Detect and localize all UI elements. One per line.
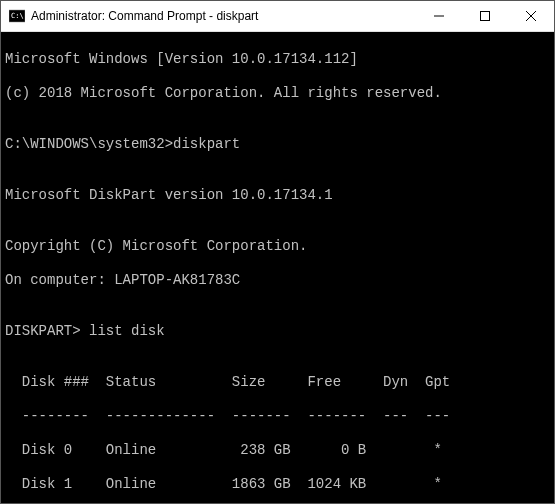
svg-text:C:\: C:\ [11,12,24,20]
copyright-line: (c) 2018 Microsoft Corporation. All righ… [5,85,550,102]
titlebar[interactable]: C:\ Administrator: Command Prompt - disk… [1,1,554,32]
terminal-output[interactable]: Microsoft Windows [Version 10.0.17134.11… [1,32,554,503]
table-row: Disk 1 Online 1863 GB 1024 KB * [5,476,550,493]
table-header: Disk ### Status Size Free Dyn Gpt [5,374,550,391]
svg-rect-3 [481,12,490,21]
maximize-button[interactable] [462,1,508,31]
window-controls [416,1,554,31]
diskpart-version: Microsoft DiskPart version 10.0.17134.1 [5,187,550,204]
cmd-icon: C:\ [9,8,25,24]
version-line: Microsoft Windows [Version 10.0.17134.11… [5,51,550,68]
table-row: Disk 0 Online 238 GB 0 B * [5,442,550,459]
table-divider: -------- ------------- ------- ------- -… [5,408,550,425]
close-button[interactable] [508,1,554,31]
prompt-line: C:\WINDOWS\system32>diskpart [5,136,550,153]
window-title: Administrator: Command Prompt - diskpart [31,9,416,23]
diskpart-copyright: Copyright (C) Microsoft Corporation. [5,238,550,255]
computer-line: On computer: LAPTOP-AK81783C [5,272,550,289]
minimize-button[interactable] [416,1,462,31]
diskpart-prompt: DISKPART> list disk [5,323,550,340]
